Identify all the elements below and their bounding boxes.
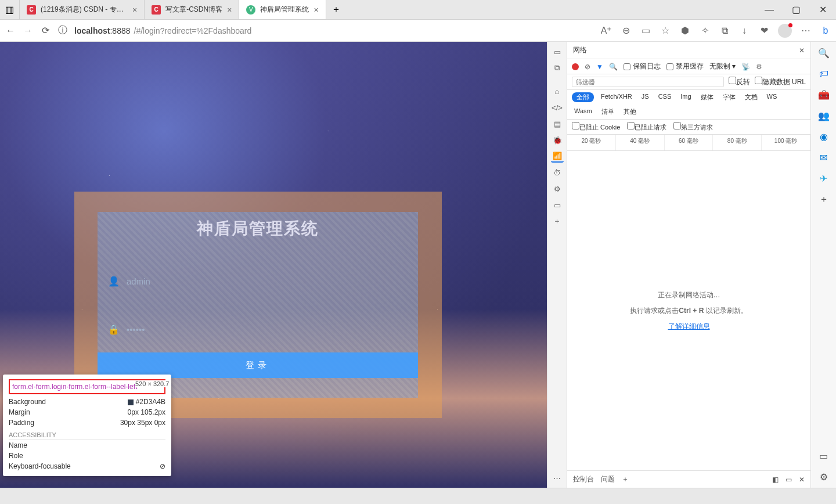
device-icon[interactable]: ⧉: [551, 62, 564, 74]
telegram-icon[interactable]: ✈: [817, 172, 830, 185]
network-conditions-icon[interactable]: 📡: [741, 63, 750, 71]
hide-data-url-checkbox[interactable]: 隐藏数据 URL: [755, 77, 806, 87]
url-field[interactable]: localhost:8888/#/login?redirect=%2Fdashb…: [74, 26, 594, 35]
forward-icon: →: [22, 25, 34, 37]
disable-cache-checkbox[interactable]: 禁用缓存: [666, 62, 704, 71]
favorite-icon[interactable]: ☆: [660, 25, 671, 37]
drawer-layers-icon[interactable]: ◧: [772, 476, 779, 484]
collections-icon[interactable]: ⧉: [719, 25, 730, 37]
search-icon[interactable]: 🔍: [817, 46, 830, 59]
invert-checkbox[interactable]: 反转: [729, 77, 750, 87]
drawer-dock-icon[interactable]: ▭: [785, 476, 792, 484]
inspect-icon[interactable]: ▭: [551, 45, 564, 58]
reader-icon[interactable]: ▭: [640, 25, 651, 37]
type-other[interactable]: 其他: [621, 107, 639, 117]
panel-close-icon[interactable]: ✕: [799, 46, 805, 55]
login-title: 神盾局管理系统: [98, 212, 418, 240]
gear-icon[interactable]: ⚙: [817, 470, 830, 483]
more-icon[interactable]: ⋯: [800, 25, 812, 37]
application-icon[interactable]: ▭: [551, 199, 564, 211]
toolbox-icon[interactable]: 🧰: [817, 88, 830, 101]
learn-more-link[interactable]: 了解详细信息: [668, 322, 710, 332]
username-row: 👤: [98, 263, 418, 300]
username-input[interactable]: [127, 276, 408, 286]
type-manifest[interactable]: 清单: [599, 107, 617, 117]
tab-label: 神盾局管理系统: [260, 5, 309, 15]
elements-icon[interactable]: </>: [551, 101, 564, 114]
welcome-icon[interactable]: ⌂: [551, 85, 564, 98]
vue-favicon: V: [246, 5, 255, 15]
shopping-icon[interactable]: 🏷: [817, 67, 830, 80]
site-info-icon[interactable]: ⓘ: [57, 25, 69, 37]
type-ws[interactable]: WS: [765, 92, 780, 102]
more-tools-icon[interactable]: ＋: [551, 215, 564, 228]
drawer-close-icon[interactable]: ✕: [799, 476, 805, 484]
close-icon[interactable]: ×: [314, 5, 318, 15]
people-icon[interactable]: 👥: [817, 109, 830, 122]
outlook-icon[interactable]: ✉: [817, 151, 830, 164]
console-icon[interactable]: ▤: [551, 117, 564, 130]
sources-icon[interactable]: 🐞: [551, 134, 564, 146]
timeline-tick: 20 毫秒: [567, 135, 616, 150]
close-icon[interactable]: ×: [227, 5, 232, 15]
devtools-network-panel: 网络 ✕ ⊘ ▼ 🔍 保留日志 禁用缓存 无限制 ▾ 📡 ⚙ 反转 隐藏数据 U…: [567, 42, 810, 488]
settings-icon[interactable]: ⚙: [756, 63, 762, 71]
downloads-icon[interactable]: ↓: [738, 25, 750, 37]
tab-csdn-inbox[interactable]: C (1219条消息) CSDN - 专业开发… ×: [20, 0, 145, 19]
blocked-requests-checkbox[interactable]: 已阻止请求: [627, 122, 666, 132]
close-icon[interactable]: ×: [132, 5, 137, 15]
profile-avatar[interactable]: [778, 24, 792, 38]
type-all[interactable]: 全部: [572, 92, 594, 102]
filter-toggle-icon[interactable]: ▼: [596, 63, 603, 71]
search-icon[interactable]: 🔍: [609, 63, 618, 71]
filter-input[interactable]: [572, 77, 724, 87]
record-button[interactable]: [572, 63, 579, 70]
drawer-add-icon[interactable]: ＋: [622, 474, 629, 484]
performance-icon[interactable]: ✧: [699, 25, 711, 37]
heart-icon[interactable]: ❤: [758, 25, 770, 37]
type-doc[interactable]: 文档: [743, 92, 760, 102]
timeline-tick: 100 毫秒: [762, 135, 810, 150]
tab-actions-icon[interactable]: ▥: [0, 0, 20, 19]
recording-text: 正在录制网络活动…: [658, 290, 720, 300]
network-icon[interactable]: 📶: [551, 150, 564, 163]
extensions-icon[interactable]: ⬢: [679, 25, 691, 37]
window-minimize[interactable]: —: [756, 0, 783, 19]
add-icon[interactable]: ＋: [817, 193, 830, 206]
type-media[interactable]: 媒体: [698, 92, 716, 102]
zoom-out-icon[interactable]: ⊖: [620, 25, 632, 37]
clear-icon[interactable]: ⊘: [585, 63, 590, 71]
blocked-cookies-checkbox[interactable]: 已阻止 Cookie: [572, 122, 620, 132]
type-img[interactable]: Img: [678, 92, 693, 102]
type-font[interactable]: 字体: [720, 92, 738, 102]
type-css[interactable]: CSS: [656, 92, 674, 102]
overflow-icon[interactable]: ⋯: [551, 471, 564, 484]
network-empty-state: 正在录制网络活动… 执行请求或点击Ctrl + R 以记录刷新。 了解详细信息: [567, 151, 810, 470]
collapse-icon[interactable]: ▭: [817, 449, 830, 462]
refresh-icon[interactable]: ⟳: [39, 25, 51, 37]
memory-icon[interactable]: ⚙: [551, 182, 564, 195]
tab-csdn-write[interactable]: C 写文章-CSDN博客 ×: [145, 0, 239, 19]
type-wasm[interactable]: Wasm: [572, 107, 594, 117]
read-aloud-icon[interactable]: A⁺: [600, 25, 612, 37]
back-icon[interactable]: ←: [5, 25, 16, 37]
drawer-console-tab[interactable]: 控制台: [573, 474, 594, 484]
network-timeline[interactable]: 20 毫秒 40 毫秒 60 毫秒 80 毫秒 100 毫秒: [567, 135, 810, 151]
no-icon: ⊘: [160, 462, 165, 470]
performance-icon[interactable]: ⏱: [551, 166, 564, 179]
type-fetch[interactable]: Fetch/XHR: [599, 92, 635, 102]
edge-sidebar: 🔍 🏷 🧰 👥 ◉ ✉ ✈ ＋ ▭ ⚙: [810, 42, 836, 488]
preserve-log-checkbox[interactable]: 保留日志: [624, 62, 661, 71]
drawer-issues-tab[interactable]: 问题: [601, 474, 615, 484]
window-close[interactable]: ✕: [809, 0, 836, 19]
throttle-select[interactable]: 无限制 ▾: [709, 62, 736, 71]
tab-app-active[interactable]: V 神盾局管理系统 ×: [239, 0, 326, 19]
office-icon[interactable]: ◉: [817, 130, 830, 143]
new-tab-button[interactable]: ＋: [326, 0, 346, 19]
bing-icon[interactable]: b: [820, 25, 831, 37]
third-party-checkbox[interactable]: 第三方请求: [673, 122, 713, 132]
password-input[interactable]: [127, 325, 408, 334]
password-row: 🔒: [98, 311, 418, 348]
type-js[interactable]: JS: [639, 92, 651, 102]
window-maximize[interactable]: ▢: [783, 0, 809, 19]
